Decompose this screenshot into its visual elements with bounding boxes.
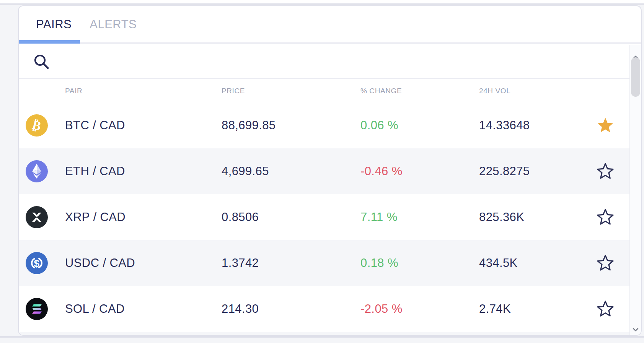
pair-name: SOL / CAD bbox=[65, 302, 125, 316]
pair-row[interactable]: SOL / CAD 214.30 -2.05 % 2.74K bbox=[19, 286, 629, 332]
pair-price: 88,699.85 bbox=[222, 119, 276, 132]
favorite-toggle[interactable] bbox=[597, 163, 614, 180]
tab-pairs[interactable]: PAIRS bbox=[19, 6, 80, 42]
star-outline-icon bbox=[597, 254, 614, 272]
pair-name: ETH / CAD bbox=[65, 164, 125, 178]
coin-icon-cell: ₿ bbox=[26, 114, 48, 137]
pair-price: 1.3742 bbox=[222, 256, 259, 270]
coin-icon-cell bbox=[26, 298, 48, 320]
usdc-icon: $ bbox=[26, 252, 48, 274]
tab-bar: PAIRS ALERTS bbox=[19, 6, 641, 44]
pair-row[interactable]: XRP / CAD 0.8506 7.11 % 825.36K bbox=[19, 194, 629, 240]
star-filled-icon bbox=[597, 117, 614, 134]
window-bottom-edge bbox=[0, 336, 644, 338]
header-volume: 24H VOL bbox=[479, 87, 510, 95]
search-input[interactable] bbox=[59, 50, 629, 73]
partially-visible-row[interactable] bbox=[19, 332, 629, 335]
pairs-list: ₿ BTC / CAD 88,699.85 0.06 % 14.33648 ET… bbox=[19, 102, 629, 332]
btc-icon: ₿ bbox=[26, 114, 48, 137]
pairs-widget: PAIRS ALERTS PAIR PRICE % CHANGE 24H VOL… bbox=[18, 5, 642, 336]
tab-alerts[interactable]: ALERTS bbox=[80, 6, 147, 42]
svg-text:$: $ bbox=[34, 258, 40, 269]
coin-icon-cell: $ bbox=[26, 252, 48, 274]
search-bar bbox=[19, 45, 629, 78]
pair-name: BTC / CAD bbox=[65, 119, 125, 132]
favorite-toggle[interactable] bbox=[597, 208, 614, 226]
pair-volume: 14.33648 bbox=[479, 119, 530, 132]
xrp-icon bbox=[26, 206, 48, 228]
pair-change: -0.46 % bbox=[360, 164, 403, 178]
pair-row[interactable]: $ USDC / CAD 1.3742 0.18 % 434.5K bbox=[19, 240, 629, 286]
table-header-row: PAIR PRICE % CHANGE 24H VOL bbox=[19, 79, 629, 102]
tab-alerts-label: ALERTS bbox=[90, 18, 137, 31]
header-change: % CHANGE bbox=[360, 87, 402, 95]
scrollbar-thumb[interactable] bbox=[631, 57, 640, 97]
sol-icon bbox=[26, 298, 48, 320]
search-icon bbox=[33, 54, 49, 70]
tab-pairs-label: PAIRS bbox=[36, 18, 72, 31]
star-outline-icon bbox=[597, 300, 614, 318]
pairs-scroll-area: PAIR PRICE % CHANGE 24H VOL ₿ BTC / CAD … bbox=[19, 45, 629, 335]
vertical-scrollbar bbox=[629, 45, 641, 335]
pair-name: XRP / CAD bbox=[65, 210, 126, 224]
header-price: PRICE bbox=[222, 87, 245, 95]
coin-icon-cell bbox=[26, 160, 48, 182]
pair-price: 214.30 bbox=[222, 302, 259, 316]
chevron-down-icon bbox=[633, 328, 639, 332]
favorite-toggle[interactable] bbox=[597, 254, 614, 272]
window-top-edge bbox=[0, 0, 644, 5]
pair-change: 0.06 % bbox=[360, 119, 398, 132]
pair-row[interactable]: ₿ BTC / CAD 88,699.85 0.06 % 14.33648 bbox=[19, 102, 629, 148]
eth-icon bbox=[26, 160, 48, 182]
favorite-toggle[interactable] bbox=[597, 300, 614, 318]
pair-change: -2.05 % bbox=[360, 302, 403, 316]
pair-volume: 825.36K bbox=[479, 210, 524, 224]
pair-price: 4,699.65 bbox=[222, 164, 269, 178]
favorite-toggle[interactable] bbox=[597, 117, 614, 134]
pair-volume: 225.8275 bbox=[479, 164, 530, 178]
header-pair: PAIR bbox=[65, 87, 82, 95]
pair-volume: 2.74K bbox=[479, 302, 511, 316]
pair-row[interactable]: ETH / CAD 4,699.65 -0.46 % 225.8275 bbox=[19, 148, 629, 194]
pair-price: 0.8506 bbox=[222, 210, 259, 224]
coin-icon-cell bbox=[26, 206, 48, 228]
pair-change: 0.18 % bbox=[360, 256, 398, 270]
pair-volume: 434.5K bbox=[479, 256, 518, 270]
star-outline-icon bbox=[597, 208, 614, 226]
pair-change: 7.11 % bbox=[360, 210, 398, 224]
pair-name: USDC / CAD bbox=[65, 256, 135, 270]
scroll-down-button[interactable] bbox=[630, 327, 641, 333]
star-outline-icon bbox=[597, 163, 614, 180]
